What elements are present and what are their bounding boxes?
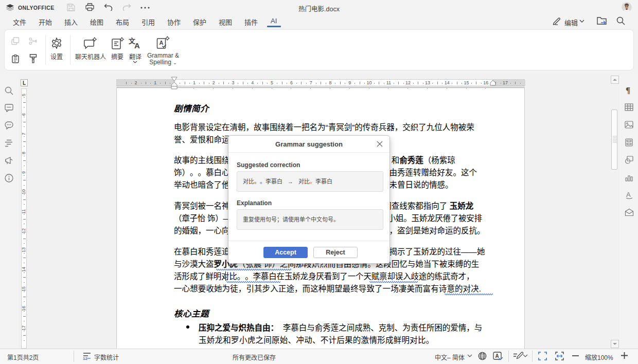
svg-text:12: 12 — [83, 356, 87, 360]
svg-text:A: A — [134, 41, 140, 49]
svg-text:¶: ¶ — [626, 85, 630, 95]
svg-text:A: A — [495, 353, 499, 359]
svg-text:A: A — [160, 40, 164, 46]
svg-text:A: A — [626, 191, 631, 198]
